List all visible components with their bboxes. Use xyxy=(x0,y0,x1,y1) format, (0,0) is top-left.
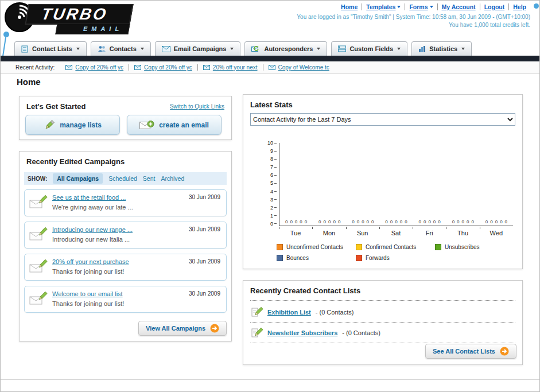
tab-autoresponders[interactable]: Autoresponders xyxy=(244,41,327,56)
my-account-link[interactable]: My Account xyxy=(442,3,476,10)
page-title: Home xyxy=(17,77,41,87)
chart-y-tick: 1 xyxy=(263,214,277,218)
tab-label: Statistics xyxy=(429,45,457,52)
tab-contacts[interactable]: Contacts xyxy=(91,41,151,56)
campaign-item[interactable]: Introducing our new range ... Introducin… xyxy=(24,222,227,249)
content-bottom-divider xyxy=(1,379,539,380)
top-link-logout[interactable]: Logout xyxy=(480,3,509,10)
pencil-icon xyxy=(44,119,55,131)
see-all-contact-lists-label: See All Contact Lists xyxy=(433,348,495,355)
templates-link[interactable]: Templates xyxy=(366,3,395,10)
top-link-my-account[interactable]: My Account xyxy=(437,3,480,10)
campaign-date: 30 Jun 2009 xyxy=(189,194,220,200)
contact-list-count: - (0 Contacts) xyxy=(342,329,380,336)
contact-list-row[interactable]: Exhibition List - (0 Contacts) xyxy=(251,306,353,319)
campaign-title-link[interactable]: Introducing our new range ... xyxy=(52,226,133,233)
chart-x-axis: TueMonSunSatFriThuWed xyxy=(279,227,513,236)
recent-activity-item[interactable]: Copy of Welcome tc xyxy=(263,64,335,71)
see-all-contact-lists-button[interactable]: See All Contact Lists xyxy=(425,344,516,359)
get-started-title: Let's Get Started xyxy=(26,102,86,111)
recent-activity-item[interactable]: Copy of 20% off yc xyxy=(129,64,197,71)
tab-contact-lists[interactable]: Contact Lists xyxy=(14,41,87,56)
campaign-date: 30 Jun 2009 xyxy=(189,226,220,232)
campaign-title-link[interactable]: See us at the retail food ... xyxy=(52,194,126,201)
view-all-campaigns-button[interactable]: View All Campaigns xyxy=(138,321,227,336)
pencil-page-icon xyxy=(251,327,263,339)
chart-y-tick: 6 xyxy=(263,173,277,177)
recent-activity-link[interactable]: 20% off your next xyxy=(213,64,258,71)
campaign-list: See us at the retail food ... We're givi… xyxy=(24,189,227,318)
chart-y-tick: 10 xyxy=(263,141,277,145)
campaign-subtitle: Introducing our new Italia ... xyxy=(52,236,130,243)
campaign-title-link[interactable]: Welcome to our email list xyxy=(52,290,123,297)
chart-value-group: 00000 xyxy=(480,219,513,224)
filter-tab-archived[interactable]: Archived xyxy=(161,175,184,182)
filter-tab-all-campaigns[interactable]: All Campaigns xyxy=(53,173,103,184)
campaign-subtitle: Thanks for joining our list! xyxy=(52,268,124,275)
chart-y-tick: 4 xyxy=(263,189,277,194)
campaign-item[interactable]: Welcome to our email list Thanks for joi… xyxy=(24,286,227,313)
switch-quick-links[interactable]: Switch to Quick Links xyxy=(170,103,224,110)
recent-activity-link[interactable]: Copy of 20% off yc xyxy=(144,64,192,71)
chart-value-group: 00000 xyxy=(413,219,446,224)
login-info: You are logged in as "Timothy Smith" | S… xyxy=(297,14,530,20)
chevron-down-icon xyxy=(397,6,401,8)
help-link[interactable]: Help xyxy=(513,3,526,10)
tab-label: Autoresponders xyxy=(264,45,313,52)
campaigns-panel: Recently Edited Campaigns SHOW: All Camp… xyxy=(19,151,232,341)
home-link[interactable]: Home xyxy=(341,3,358,10)
create-email-button[interactable]: create an email xyxy=(127,115,222,135)
contact-list-link[interactable]: Exhibition List xyxy=(267,309,311,316)
top-link-home[interactable]: Home xyxy=(337,3,362,10)
recent-activity-link[interactable]: Copy of 20% off yc xyxy=(75,64,123,71)
contact-list-link[interactable]: Newsletter Subscribers xyxy=(267,329,337,336)
manage-lists-button[interactable]: manage lists xyxy=(25,115,120,135)
stats-period-select[interactable]: Contact Activity for the Last 7 Days xyxy=(250,113,515,126)
chart-value-group: 00000 xyxy=(446,219,480,224)
top-link-templates[interactable]: Templates xyxy=(362,3,405,10)
chart-plot-area: 00000000000000000000000000000000000 xyxy=(279,143,513,226)
chart-x-label: Sun xyxy=(346,227,379,236)
legend-swatch xyxy=(277,255,283,261)
chart-x-label: Mon xyxy=(312,227,345,236)
legend-item: Forwards xyxy=(356,255,435,261)
contact-lists-icon xyxy=(21,45,29,53)
campaign-title-link[interactable]: 20% off your next purchase xyxy=(52,258,129,265)
contact-list-row[interactable]: Newsletter Subscribers - (0 Contacts) xyxy=(251,327,380,339)
chart-y-tick: 3 xyxy=(263,197,277,202)
get-started-panel: Let's Get Started Switch to Quick Links … xyxy=(19,96,232,140)
filter-tab-sent[interactable]: Sent xyxy=(143,175,156,182)
autoresponder-icon xyxy=(251,45,261,52)
contact-activity-chart: 109876543210 000000000000000000000000000… xyxy=(250,141,515,242)
filter-tab-scheduled[interactable]: Scheduled xyxy=(108,175,137,182)
campaign-item[interactable]: See us at the retail food ... We're givi… xyxy=(24,189,227,216)
page-frame: TURBO EMAIL Home Templates Forms My Acco… xyxy=(0,0,540,392)
app-logo: TURBO EMAIL xyxy=(4,2,131,34)
show-label: SHOW: xyxy=(28,176,47,182)
campaign-item[interactable]: 20% off your next purchase Thanks for jo… xyxy=(24,254,227,281)
get-started-buttons: manage lists create an email xyxy=(25,115,222,135)
forms-link[interactable]: Forms xyxy=(409,3,428,10)
top-link-help[interactable]: Help xyxy=(508,3,530,10)
tab-custom-fields[interactable]: Custom Fields xyxy=(331,41,407,56)
legend-item: Bounces xyxy=(277,255,356,261)
tab-label: Contact Lists xyxy=(32,45,72,52)
tab-email-campaigns[interactable]: Email Campaigns xyxy=(155,41,241,56)
envelope-icon xyxy=(203,65,210,70)
logout-link[interactable]: Logout xyxy=(484,3,505,10)
top-link-forms[interactable]: Forms xyxy=(405,3,437,10)
dotted-divider xyxy=(250,300,515,301)
chevron-down-icon xyxy=(141,48,144,50)
recent-activity-item[interactable]: 20% off your next xyxy=(197,64,263,71)
recent-activity-item[interactable]: Copy of 20% off yc xyxy=(60,64,129,71)
logo-email-text: EMAIL xyxy=(55,24,130,34)
envelope-icon xyxy=(269,65,275,70)
main-nav: Contact Lists Contacts Email Campaigns A… xyxy=(1,41,539,56)
chart-x-label: Thu xyxy=(446,227,479,236)
tab-statistics[interactable]: Statistics xyxy=(411,41,472,56)
envelope-pencil-icon xyxy=(29,227,48,243)
chart-value-group: 00000 xyxy=(279,219,313,224)
latest-stats-title: Latest Stats xyxy=(250,100,293,109)
contact-lists-panel: Recently Created Contact Lists Exhibitio… xyxy=(243,280,523,365)
recent-activity-link[interactable]: Copy of Welcome tc xyxy=(278,64,329,71)
